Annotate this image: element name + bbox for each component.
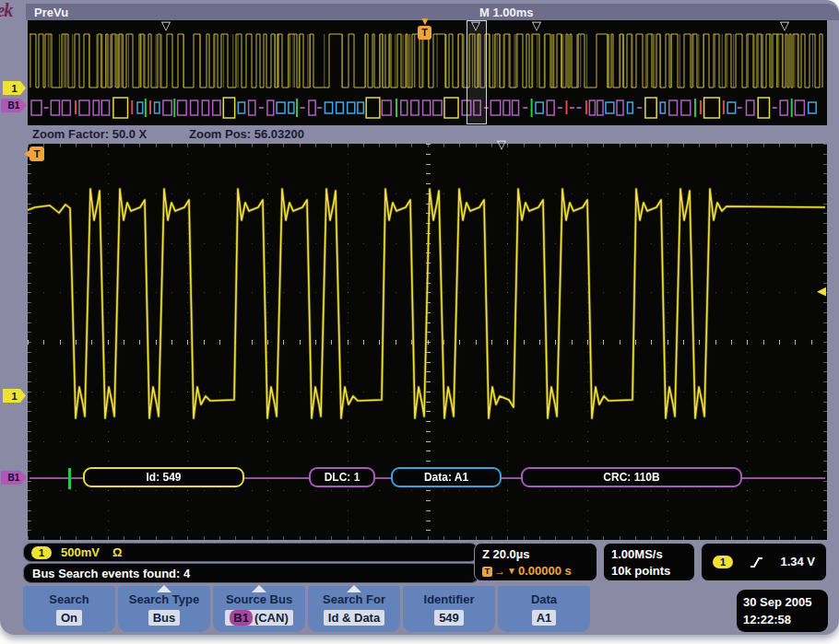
trigger-level-value: 1.34 V [780, 554, 815, 570]
arrow-right-icon: → [494, 563, 505, 580]
menu-button-value: A1 [537, 611, 552, 625]
menu-button-source-bus[interactable]: Source Bus B1(CAN) [213, 586, 305, 632]
menu-button-search-type[interactable]: Search Type Bus [118, 586, 210, 632]
trigger-source-badge: 1 [713, 556, 733, 568]
sample-rate-text: 1.00MS/s [611, 546, 694, 563]
menu-button-value: Bus [153, 611, 176, 625]
menu-button-label: Source Bus [213, 592, 305, 607]
trigger-t-icon: T [482, 567, 492, 577]
trigger-position-marker[interactable]: T [418, 26, 431, 40]
menu-up-arrow-icon [157, 585, 171, 592]
bus-b1-badge: B1 [230, 610, 253, 626]
menu-button-label: Search [23, 592, 115, 607]
timebase-readout: M 1.00ms [479, 6, 534, 19]
title-bar: PreVu M 1.00ms [26, 4, 839, 20]
decode-box-crc: CRC: 110B [521, 467, 742, 487]
search-status-pill: Bus Search events found: 4 [23, 563, 479, 583]
decode-box-data: Data: A1 [391, 467, 502, 487]
triangle-down-icon: ▼ [507, 563, 516, 580]
search-event-marker: ▽ [780, 19, 789, 31]
zoom-panel: T ▽ ◀ Id: 549 DLC: 1 Data: A1 CRC: 110B [28, 144, 827, 540]
menu-button-label: Search Type [118, 592, 210, 607]
search-event-marker: ▽ [532, 19, 541, 31]
channel1-coupling: Ω [112, 545, 122, 559]
zoom-position-line: T→▼ 0.00000 s [482, 563, 597, 580]
scope-bezel: PreVu M 1.00ms Tek ▼ T ▽▽▽▽ 1 B1 Zoom Fa… [0, 0, 839, 635]
search-event-marker: ▽ [471, 19, 480, 31]
acquisition-readout-box: 1.00MS/s 10k points [603, 543, 695, 581]
decode-box-dlc: DLC: 1 [309, 467, 375, 487]
acquisition-status: PreVu [34, 6, 68, 19]
menu-button-label: Search For [308, 592, 400, 607]
bus1-baseline-marker[interactable]: B1 [1, 471, 27, 485]
tek-logo: Tek [0, 0, 12, 21]
menu-button-value: (CAN) [254, 611, 289, 625]
channel1-badge: 1 [31, 546, 52, 559]
menu-button-identifier[interactable]: Identifier 549 [403, 586, 495, 632]
trigger-readout-box: 1 1.34 V [701, 543, 827, 581]
trigger-flag[interactable]: T [30, 146, 44, 161]
overview-panel: ▼ T ▽▽▽▽ [28, 20, 827, 125]
screenshot-stage: PreVu M 1.00ms Tek ▼ T ▽▽▽▽ 1 B1 Zoom Fa… [0, 0, 839, 644]
channel1-readout-pill: 1 500mV Ω [23, 543, 479, 562]
datetime-box: 30 Sep 2005 12:22:58 [737, 590, 828, 632]
channel1-scale: 500mV [61, 545, 100, 559]
menu-button-value: On [61, 611, 77, 625]
rising-edge-slope-icon [750, 556, 763, 569]
zoom-scale-text: Z 20.0µs [482, 546, 597, 563]
menu-button-label: Data [498, 592, 590, 607]
menu-button-search-for[interactable]: Search For Id & Data [308, 586, 400, 632]
menu-up-arrow-icon [347, 585, 361, 592]
zoom-position-value: 0.00000 s [518, 563, 572, 580]
search-status-text: Bus Search events found: 4 [32, 567, 190, 580]
zoom-event-marker: ▽ [497, 138, 506, 150]
date-text: 30 Sep 2005 [743, 593, 828, 611]
menu-button-search[interactable]: Search On [23, 586, 115, 632]
menu-button-value: Id & Data [328, 611, 380, 625]
trigger-level-arrow-icon[interactable]: ◀ [817, 285, 826, 297]
zoom-factor-readout: Zoom Factor: 50.0 X [32, 127, 147, 141]
menu-button-data[interactable]: Data A1 [498, 586, 590, 632]
overview-channel1-marker[interactable]: 1 [3, 81, 26, 95]
decode-box-id: Id: 549 [83, 467, 244, 487]
overview-bus1-marker[interactable]: B1 [1, 99, 27, 112]
zoom-window-bracket[interactable] [467, 20, 487, 124]
time-text: 12:22:58 [743, 611, 828, 628]
record-length-text: 10k points [611, 563, 694, 580]
bus-decode-start-tick [68, 468, 71, 489]
zoom-position-readout: Zoom Pos: 56.03200 [189, 127, 304, 141]
menu-up-arrow-icon [252, 585, 266, 592]
zoom-scale-readout-box: Z 20.0µs T→▼ 0.00000 s [474, 543, 597, 581]
menu-button-value: 549 [439, 611, 459, 625]
channel1-ground-marker[interactable]: 1 [3, 389, 26, 403]
search-event-marker: ▽ [161, 19, 171, 31]
menu-button-label: Identifier [403, 592, 495, 607]
